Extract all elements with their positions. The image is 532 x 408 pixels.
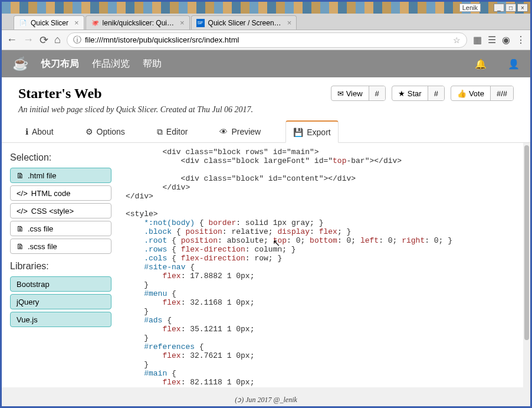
reload-button[interactable]: ⟳ <box>40 34 48 47</box>
scrollbar-vertical[interactable] <box>523 143 530 387</box>
code-output[interactable]: <div class="block rows" id="main"> <div … <box>120 143 530 387</box>
sidebar-item-html-file[interactable]: 🗎.html file <box>10 168 111 183</box>
url-box[interactable]: ⓘ ☆ <box>67 32 467 48</box>
info-icon[interactable]: ⓘ <box>73 35 81 45</box>
close-tab-icon[interactable]: × <box>180 18 185 27</box>
address-bar: ← → ⟳ ⌂ ⓘ ☆ ▦ ☰ ◉ ⋮ <box>2 30 530 50</box>
star-count: # <box>428 86 444 100</box>
logo-icon: ☕ <box>12 56 28 71</box>
star-button[interactable]: ★Star <box>392 86 428 100</box>
envelope-icon: ✉ <box>337 89 344 98</box>
save-icon: 💾 <box>293 128 303 137</box>
sidebar-item-html-code[interactable]: </>HTML code <box>10 185 111 201</box>
sidebar-item-vuejs[interactable]: Vue.js <box>10 312 111 327</box>
sidebar-item-css-style[interactable]: </>CSS <style> <box>10 203 111 218</box>
view-button[interactable]: ✉View <box>331 86 369 100</box>
star-button-group: ★Star # <box>392 86 445 101</box>
selection-heading: Selection: <box>10 152 111 163</box>
sidebar-item-jquery[interactable]: jQuery <box>10 294 111 309</box>
sidebar-item-bootstrap[interactable]: Bootstrap <box>10 276 111 292</box>
back-button[interactable]: ← <box>6 34 17 46</box>
nav-item-browse[interactable]: 作品浏览 <box>92 58 130 70</box>
vote-button-group: 👍Vote #/# <box>451 86 514 101</box>
maximize-button[interactable]: □ <box>505 4 516 12</box>
browser-tab-2[interactable]: SF Quick Slicer / Screen… × <box>191 15 297 30</box>
extensions-icon[interactable]: ☰ <box>488 34 496 45</box>
url-input[interactable] <box>85 35 453 44</box>
mouse-cursor: ↖ <box>272 237 280 249</box>
file-icon: 🗎 <box>17 171 24 180</box>
os-titlebar: Lenik _ □ × <box>2 2 530 14</box>
browser-tabs: 📄 Quick Slicer × 🐙 lenik/quickslicer: Qu… <box>2 14 530 30</box>
tab-editor[interactable]: ⧉Editor <box>150 120 195 142</box>
tab-title: lenik/quickslicer: Qui… <box>103 19 174 27</box>
browser-tab-1[interactable]: 🐙 lenik/quickslicer: Qui… × <box>86 15 190 30</box>
workspace: Selection: 🗎.html file </>HTML code </>C… <box>2 143 530 387</box>
user-icon[interactable]: 👤 <box>508 58 520 70</box>
tabs-bar: ℹAbout ⚙Options ⧉Editor 👁Preview 💾Export <box>2 120 530 143</box>
tab-about[interactable]: ℹAbout <box>18 120 61 142</box>
app-header: ☕ 快刀布局 作品浏览 帮助 🔔 👤 <box>2 50 530 77</box>
crop-icon: ⧉ <box>157 127 163 137</box>
close-window-button[interactable]: × <box>517 4 528 12</box>
forward-button[interactable]: → <box>23 34 34 46</box>
sidebar-item-css-file[interactable]: 🗎.css file <box>10 221 111 236</box>
menu-icon[interactable]: ⋮ <box>516 34 526 45</box>
sidebar: Selection: 🗎.html file </>HTML code </>C… <box>2 143 120 387</box>
project-header: Starter's Web An initial web page sliced… <box>2 77 530 120</box>
tab-title: Quick Slicer <box>31 19 68 27</box>
page-title: Starter's Web <box>18 86 253 102</box>
tab-options[interactable]: ⚙Options <box>78 120 132 142</box>
close-tab-icon[interactable]: × <box>74 18 79 27</box>
favicon-icon: 📄 <box>19 19 27 27</box>
nav-item-help[interactable]: 帮助 <box>143 58 162 70</box>
code-icon: </> <box>17 189 28 198</box>
tab-export[interactable]: 💾Export <box>285 120 338 143</box>
home-button[interactable]: ⌂ <box>54 34 61 46</box>
view-count: # <box>369 86 385 100</box>
bell-icon[interactable]: 🔔 <box>475 58 487 70</box>
libraries-heading: Libraries: <box>10 261 111 272</box>
sf-icon: SF <box>196 19 205 27</box>
qr-icon[interactable]: ▦ <box>473 34 482 45</box>
info-icon: ℹ <box>25 127 28 136</box>
bookmark-star-icon[interactable]: ☆ <box>453 35 461 45</box>
sidebar-item-scss-file[interactable]: 🗎.scss file <box>10 239 111 254</box>
github-icon: 🐙 <box>91 19 99 27</box>
vote-button[interactable]: 👍Vote <box>451 86 490 100</box>
thumbs-up-icon: 👍 <box>457 89 467 98</box>
close-tab-icon[interactable]: × <box>287 18 292 27</box>
code-icon: </> <box>17 207 28 216</box>
eye-icon: 👁 <box>219 127 228 136</box>
browser-tab-0[interactable]: 📄 Quick Slicer × <box>14 15 84 30</box>
view-button-group: ✉View # <box>331 86 386 101</box>
page-subtitle: An initial web page sliced by Quick Slic… <box>18 105 253 115</box>
profile-icon[interactable]: ◉ <box>502 34 510 45</box>
footer: (ɔ) Jun 2017 @_lenik <box>2 394 530 406</box>
star-icon: ★ <box>398 89 405 98</box>
file-icon: 🗎 <box>17 224 24 233</box>
scroll-thumb[interactable] <box>524 145 529 340</box>
file-icon: 🗎 <box>17 242 24 251</box>
gear-icon: ⚙ <box>86 127 93 136</box>
nav-item-layout[interactable]: 快刀布局 <box>41 58 79 70</box>
minimize-button[interactable]: _ <box>494 4 504 12</box>
os-window-label: Lenik <box>459 4 481 12</box>
vote-count: #/# <box>490 86 513 100</box>
tab-preview[interactable]: 👁Preview <box>212 120 268 142</box>
tab-title: Quick Slicer / Screen… <box>208 19 281 27</box>
